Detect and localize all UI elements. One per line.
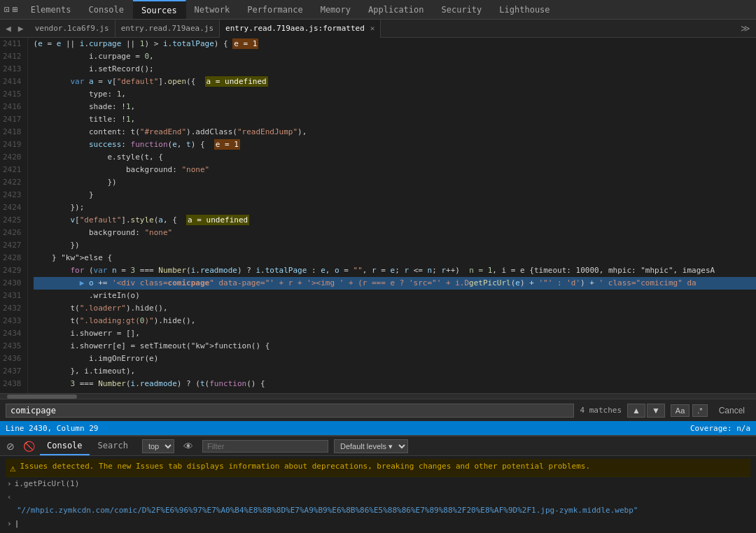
line-number: 2432 xyxy=(3,302,22,315)
line-number: 2431 xyxy=(3,290,22,302)
console-warning: ⚠ Issues detected. The new Issues tab di… xyxy=(6,459,750,477)
prompt-text: i.getPicUrl(1) xyxy=(15,479,80,488)
code-line: e.style(t, { xyxy=(34,151,757,164)
tab-console[interactable]: Console xyxy=(80,0,133,19)
line-number: 2416 xyxy=(3,101,22,113)
tab-performance[interactable]: Performance xyxy=(239,0,312,19)
line-number: 2417 xyxy=(3,113,22,126)
level-dropdown[interactable]: Default levels ▾ xyxy=(334,439,408,453)
code-line: v["default"].style(a, { a = undefined xyxy=(34,214,757,227)
console-tab-console[interactable]: Console xyxy=(40,437,90,455)
context-selector[interactable]: top xyxy=(142,439,174,453)
code-line: i.showerr = [], xyxy=(34,327,757,340)
console-tabs: ⊘ 🚫 Console Search top 👁 Default levels … xyxy=(0,436,756,456)
line-number: 2429 xyxy=(3,264,22,277)
file-tab-entry2[interactable]: entry.read.719aea.js:formatted ✕ xyxy=(220,20,381,38)
search-options: Aa .* xyxy=(671,404,708,417)
code-line: i.curpage = 0, xyxy=(34,50,757,63)
search-nav: ▲ ▼ xyxy=(627,404,665,418)
horizontal-scrollbar[interactable] xyxy=(0,393,756,399)
code-line: t(".loading:gt(0)").hide(), xyxy=(34,315,757,327)
line-number: 2418 xyxy=(3,126,22,138)
search-next-button[interactable]: ▼ xyxy=(647,404,665,418)
tab-lighthouse[interactable]: Lighthouse xyxy=(491,0,559,19)
search-bar: comicpage 4 matches ▲ ▼ Aa .* Cancel xyxy=(0,399,756,421)
code-line: (e = e || i.curpage || 1) > i.totalPage)… xyxy=(34,38,757,50)
code-line: success: function(e, t) { e = 1 xyxy=(34,138,757,151)
console-clear-icon[interactable]: 🚫 xyxy=(20,439,38,453)
code-line: content: t("#readEnd").addClass("readEnd… xyxy=(34,126,757,138)
file-tab-label: vendor.1ca6f9.js xyxy=(35,24,109,33)
code-line: } xyxy=(34,189,757,201)
file-tab-vendor[interactable]: vendor.1ca6f9.js xyxy=(29,20,115,38)
line-column-status: Line 2430, Column 29 xyxy=(6,424,98,433)
line-number: 2414 xyxy=(3,76,22,88)
console-filter-area: top 👁 Default levels ▾ xyxy=(142,439,408,453)
eye-icon[interactable]: 👁 xyxy=(180,439,197,453)
code-line: 3 === Number(i.readmode) ? (t(function()… xyxy=(34,378,757,390)
dock-icon[interactable]: ⊡ xyxy=(4,4,10,15)
match-count: 4 matches xyxy=(580,406,622,415)
file-tab-entry1[interactable]: entry.read.719aea.js xyxy=(115,20,220,38)
close-tab-icon[interactable]: ✕ xyxy=(370,24,375,33)
line-numbers: 2411241224132414241524162417241824192420… xyxy=(0,38,28,393)
code-line: var a = v["default"].open({ a = undefine… xyxy=(34,76,757,88)
line-number: 2421 xyxy=(3,164,22,176)
tab-security[interactable]: Security xyxy=(433,0,491,19)
nav-forward-icon[interactable]: ▶ xyxy=(15,22,27,35)
line-number: 2412 xyxy=(3,50,22,63)
line-number: 2415 xyxy=(3,88,22,101)
tab-sources[interactable]: Sources xyxy=(133,0,186,19)
tab-network[interactable]: Network xyxy=(186,0,239,19)
console-tab-search[interactable]: Search xyxy=(91,437,135,455)
status-right: Coverage: n/a xyxy=(690,424,750,433)
line-number: 2427 xyxy=(3,239,22,252)
console-result-line: ‹ xyxy=(6,490,750,504)
code-line: }); xyxy=(34,201,757,214)
more-tabs-icon[interactable]: ≫ xyxy=(738,22,753,35)
file-tab-nav: ◀ ▶ xyxy=(0,22,29,35)
status-left: Line 2430, Column 29 xyxy=(6,424,98,433)
line-number: 2435 xyxy=(3,340,22,353)
filter-input[interactable] xyxy=(202,440,328,453)
regex-button[interactable]: .* xyxy=(692,404,707,417)
code-line: ▶ o += '<div class=comicpage" data-page=… xyxy=(34,277,757,290)
editor-area: 2411241224132414241524162417241824192420… xyxy=(0,38,756,435)
nav-back-icon[interactable]: ◀ xyxy=(3,22,14,35)
case-sensitive-button[interactable]: Aa xyxy=(671,404,690,417)
scrollbar-thumb[interactable] xyxy=(7,395,77,399)
warning-icon: ⚠ xyxy=(10,462,15,474)
code-line: background: "none" xyxy=(34,164,757,176)
code-line: for (var n = 3 === Number(i.readmode) ? … xyxy=(34,264,757,277)
code-line: t(".loaderr").hide(), xyxy=(34,302,757,315)
code-content[interactable]: (e = e || i.curpage || 1) > i.totalPage)… xyxy=(28,38,757,393)
file-tab-label: entry.read.719aea.js:formatted xyxy=(225,24,365,33)
line-number: 2413 xyxy=(3,63,22,76)
console-input-line[interactable]: › | xyxy=(6,517,750,530)
console-body: ⚠ Issues detected. The new Issues tab di… xyxy=(0,456,756,533)
tab-memory[interactable]: Memory xyxy=(312,0,360,19)
devtools-icon-buttons: ⊡ ⊞ xyxy=(0,4,22,15)
line-number: 2420 xyxy=(3,151,22,164)
dock-icon2[interactable]: ⊞ xyxy=(13,4,18,15)
line-number: 2422 xyxy=(3,176,22,189)
prompt-arrow-icon: › xyxy=(7,479,12,488)
line-number: 2426 xyxy=(3,227,22,239)
search-cancel-button[interactable]: Cancel xyxy=(713,404,750,417)
line-number: 2437 xyxy=(3,365,22,378)
code-line: }) xyxy=(34,239,757,252)
coverage-status: Coverage: n/a xyxy=(690,424,750,433)
line-number: 2433 xyxy=(3,315,22,327)
line-number: 2430 xyxy=(3,277,22,290)
search-prev-button[interactable]: ▲ xyxy=(627,404,645,418)
tab-elements[interactable]: Elements xyxy=(22,0,80,19)
tab-application[interactable]: Application xyxy=(360,0,433,19)
file-tab-right: ≫ xyxy=(738,23,756,34)
code-line: shade: !1, xyxy=(34,101,757,113)
line-number: 2424 xyxy=(3,201,22,214)
code-scroll[interactable]: 2411241224132414241524162417241824192420… xyxy=(0,38,756,393)
console-toggle-icon[interactable]: ⊘ xyxy=(3,439,18,453)
search-input[interactable]: comicpage xyxy=(6,404,574,418)
line-number: 2436 xyxy=(3,353,22,365)
status-bar: Line 2430, Column 29 Coverage: n/a xyxy=(0,421,756,435)
